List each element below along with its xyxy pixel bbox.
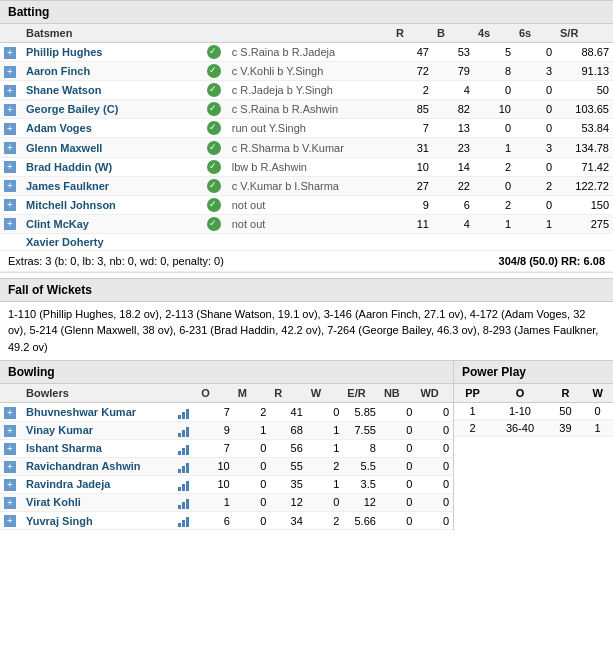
batsman-name: George Bailey (C) bbox=[26, 103, 118, 115]
stat-sixes: 0 bbox=[515, 43, 556, 62]
stat-fours: 0 bbox=[474, 176, 515, 195]
expand-button[interactable]: + bbox=[4, 142, 16, 154]
bstat-r: 55 bbox=[270, 457, 307, 475]
bstat-wd: 0 bbox=[416, 475, 453, 493]
batsman-status-icon bbox=[207, 83, 221, 97]
batsman-status-icon bbox=[207, 121, 221, 135]
expand-button[interactable]: + bbox=[4, 218, 16, 230]
bstat-er: 8 bbox=[343, 439, 380, 457]
bstat-wd: 0 bbox=[416, 493, 453, 511]
bstat-w: 1 bbox=[307, 421, 344, 439]
stat-r: 47 bbox=[392, 43, 433, 62]
stat-fours: 8 bbox=[474, 62, 515, 81]
pp-col-o: O bbox=[491, 384, 548, 403]
bstat-nb: 0 bbox=[380, 493, 417, 511]
expand-button[interactable]: + bbox=[4, 123, 16, 135]
batting-row: +Aaron Finchc V.Kohli b Y.Singh72798391.… bbox=[0, 62, 613, 81]
pp-table: PP O R W 11-10500236-40391 bbox=[454, 384, 613, 437]
bowling-section: Bowling Bowlers O M R W E/R NB WD +Bhuvn… bbox=[0, 360, 453, 530]
expand-button[interactable]: + bbox=[4, 161, 16, 173]
expand-button[interactable]: + bbox=[4, 461, 16, 473]
bowler-chart-icon[interactable] bbox=[177, 515, 191, 527]
bowler-chart-icon[interactable] bbox=[177, 425, 191, 437]
bstat-w: 0 bbox=[307, 493, 344, 511]
extras-text: Extras: 3 (b: 0, lb: 3, nb: 0, wd: 0, pe… bbox=[0, 250, 433, 271]
bowler-name: Ravindra Jadeja bbox=[26, 478, 110, 490]
bstat-w: 0 bbox=[307, 403, 344, 421]
bstat-er: 5.5 bbox=[343, 457, 380, 475]
batting-row: +Clint McKaynot out11411275 bbox=[0, 214, 613, 233]
expand-button[interactable]: + bbox=[4, 479, 16, 491]
expand-button[interactable]: + bbox=[4, 407, 16, 419]
stat-b: 13 bbox=[433, 119, 474, 138]
stat-sixes: 2 bbox=[515, 176, 556, 195]
stat-sr: 50 bbox=[556, 81, 613, 100]
stat-sr: 88.67 bbox=[556, 43, 613, 62]
fall-text: 1-110 (Phillip Hughes, 18.2 ov), 2-113 (… bbox=[8, 306, 605, 356]
expand-button[interactable]: + bbox=[4, 425, 16, 437]
expand-button[interactable]: + bbox=[4, 515, 16, 527]
expand-button[interactable]: + bbox=[4, 443, 16, 455]
bcol-o: O bbox=[197, 384, 234, 403]
bstat-w: 2 bbox=[307, 457, 344, 475]
stat-b bbox=[433, 233, 474, 250]
batsman-name: Aaron Finch bbox=[26, 65, 90, 77]
stat-sixes: 3 bbox=[515, 62, 556, 81]
bstat-m: 0 bbox=[234, 512, 271, 530]
stat-sixes: 0 bbox=[515, 195, 556, 214]
col-dismissal bbox=[228, 24, 392, 43]
bstat-o: 7 bbox=[197, 403, 234, 421]
batsman-name: Shane Watson bbox=[26, 84, 101, 96]
col-sixes: 6s bbox=[515, 24, 556, 43]
col-bowlers: Bowlers bbox=[22, 384, 171, 403]
stat-sixes: 0 bbox=[515, 81, 556, 100]
stat-fours: 1 bbox=[474, 214, 515, 233]
bowler-chart-icon[interactable] bbox=[177, 407, 191, 419]
bstat-o: 10 bbox=[197, 457, 234, 475]
batting-row: Xavier Doherty bbox=[0, 233, 613, 250]
fall-header: Fall of Wickets bbox=[0, 278, 613, 302]
batsman-name: James Faulkner bbox=[26, 180, 109, 192]
expand-button[interactable]: + bbox=[4, 497, 16, 509]
stat-fours: 10 bbox=[474, 100, 515, 119]
bstat-m: 1 bbox=[234, 421, 271, 439]
bstat-m: 0 bbox=[234, 493, 271, 511]
bowler-name: Virat Kohli bbox=[26, 496, 81, 508]
expand-button[interactable]: + bbox=[4, 47, 16, 59]
batsman-name: Phillip Hughes bbox=[26, 46, 102, 58]
dismissal-text: lbw b R.Ashwin bbox=[228, 157, 392, 176]
bstat-o: 10 bbox=[197, 475, 234, 493]
bstat-wd: 0 bbox=[416, 512, 453, 530]
bowling-row: +Bhuvneshwar Kumar724105.8500 bbox=[0, 403, 453, 421]
batsman-name: Clint McKay bbox=[26, 218, 89, 230]
stat-fours: 0 bbox=[474, 81, 515, 100]
expand-button[interactable]: + bbox=[4, 85, 16, 97]
bstat-nb: 0 bbox=[380, 475, 417, 493]
expand-button[interactable]: + bbox=[4, 180, 16, 192]
stat-fours: 2 bbox=[474, 157, 515, 176]
stat-b: 14 bbox=[433, 157, 474, 176]
bowler-chart-icon[interactable] bbox=[177, 461, 191, 473]
bstat-w: 2 bbox=[307, 512, 344, 530]
bowler-chart-icon[interactable] bbox=[177, 443, 191, 455]
stat-b: 23 bbox=[433, 138, 474, 157]
bstat-wd: 0 bbox=[416, 421, 453, 439]
expand-button[interactable]: + bbox=[4, 199, 16, 211]
bowler-name: Ravichandran Ashwin bbox=[26, 460, 141, 472]
batsman-status-icon bbox=[207, 217, 221, 231]
bstat-nb: 0 bbox=[380, 439, 417, 457]
bstat-r: 12 bbox=[270, 493, 307, 511]
dismissal-text: c V.Kohli b Y.Singh bbox=[228, 62, 392, 81]
expand-button[interactable]: + bbox=[4, 104, 16, 116]
stat-r: 27 bbox=[392, 176, 433, 195]
expand-button[interactable]: + bbox=[4, 66, 16, 78]
bowler-chart-icon[interactable] bbox=[177, 479, 191, 491]
fall-section: Fall of Wickets 1-110 (Phillip Hughes, 1… bbox=[0, 272, 613, 361]
pp-stat-r: 50 bbox=[549, 403, 583, 420]
stat-sr: 71.42 bbox=[556, 157, 613, 176]
bowler-chart-icon[interactable] bbox=[177, 497, 191, 509]
pp-row: 236-40391 bbox=[454, 420, 613, 437]
col-r: R bbox=[392, 24, 433, 43]
stat-sr: 122.72 bbox=[556, 176, 613, 195]
stat-fours: 1 bbox=[474, 138, 515, 157]
